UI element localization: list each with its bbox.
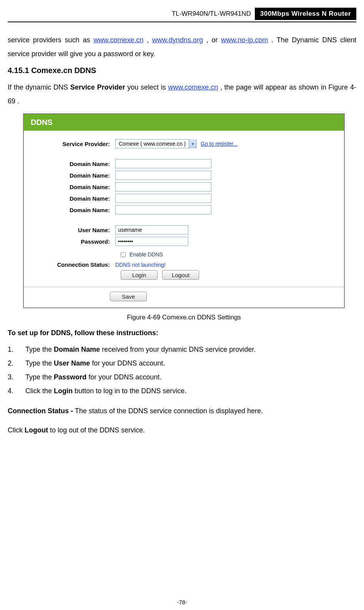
sp-bold-service-provider: Service Provider [70, 83, 125, 91]
page-number: -78- [0, 599, 364, 605]
conn-status-rest: The status of the DDNS service connectio… [75, 407, 263, 415]
step-3: Type the Password for your DDNS account. [8, 370, 356, 384]
label-domain-5: Domain Name: [35, 207, 115, 213]
enable-ddns-checkbox[interactable] [121, 252, 126, 257]
logout-bold: Logout [25, 426, 48, 434]
instructions-heading: To set up for DDNS, follow these instruc… [8, 329, 356, 337]
save-row: Save [24, 287, 344, 307]
step-4-post: button to log in to the DDNS service. [75, 387, 186, 395]
logout-pre: Click [8, 426, 25, 434]
sp-4: . [17, 97, 19, 105]
link-comexe-2[interactable]: www.comexe.cn [168, 83, 218, 91]
domain-name-input-1[interactable] [115, 159, 211, 168]
step-3-pre: Type the [25, 373, 54, 381]
step-2-bold: User Name [54, 359, 90, 367]
step-2-pre: Type the [25, 359, 54, 367]
section-heading: 4.15.1 Comexe.cn DDNS [8, 66, 356, 75]
go-to-register-link[interactable]: Go to register... [201, 141, 238, 147]
conn-status-bold: Connection Status - [8, 407, 73, 415]
username-input[interactable] [115, 225, 188, 234]
save-button[interactable]: Save [110, 292, 147, 301]
label-service-provider: Service Provider: [35, 141, 115, 147]
service-provider-value: Comexe ( www.comexe.cn ) [116, 141, 189, 147]
header-rule [8, 22, 356, 22]
login-button[interactable]: Login [121, 270, 158, 280]
header-product: 300Mbps Wireless N Router [255, 8, 356, 20]
sp-1: If the dynamic DNS [8, 83, 70, 91]
figure-caption: Figure 4-69 Comexe.cn DDNS Settings [23, 314, 345, 321]
label-connection-status: Connection Status: [35, 261, 115, 268]
service-provider-select[interactable]: Comexe ( www.comexe.cn ) ▾ [115, 139, 197, 148]
link-dyndns[interactable]: www.dyndns.org [152, 36, 203, 44]
row-service-provider: Service Provider: Comexe ( www.comexe.cn… [35, 139, 333, 148]
enable-ddns-label: Enable DDNS [130, 251, 163, 258]
link-noip[interactable]: www.no-ip.com [221, 36, 268, 44]
instructions-list: Type the Domain Name received from your … [8, 342, 356, 398]
row-domain-5: Domain Name: [35, 205, 333, 214]
step-4-bold: Login [54, 387, 73, 395]
row-username: User Name: [35, 225, 333, 234]
link-comexe[interactable]: www.comexe.cn [93, 36, 143, 44]
sp-2: you select is [127, 83, 168, 91]
label-domain-2: Domain Name: [35, 172, 115, 179]
figure-ddns: DDNS Service Provider: Comexe ( www.come… [23, 113, 345, 321]
label-domain-1: Domain Name: [35, 161, 115, 167]
sp-3: , the page will appear as shown in [220, 83, 328, 91]
step-1: Type the Domain Name received from your … [8, 342, 356, 356]
step-3-bold: Password [54, 373, 86, 381]
panel-title: DDNS [24, 114, 344, 131]
label-password: Password: [35, 238, 115, 245]
row-domain-2: Domain Name: [35, 171, 333, 180]
row-enable-ddns: Enable DDNS [121, 251, 333, 258]
step-3-post: for your DDNS account. [88, 373, 161, 381]
domain-name-input-4[interactable] [115, 194, 211, 203]
intro-text-3: , or [206, 36, 221, 44]
row-domain-4: Domain Name: [35, 194, 333, 203]
step-1-post: received from your dynamic DNS service p… [102, 346, 256, 353]
row-password: Password: [35, 237, 333, 246]
label-domain-4: Domain Name: [35, 195, 115, 202]
logout-post: to log out of the DDNS service. [50, 426, 145, 434]
step-4: Click the Login button to log in to the … [8, 384, 356, 398]
doc-header: TL-WR940N/TL-WR941ND 300Mbps Wireless N … [8, 8, 356, 20]
chevron-down-icon: ▾ [189, 139, 196, 148]
label-username: User Name: [35, 227, 115, 233]
connection-status-text: DDNS not launching! [115, 262, 166, 268]
domain-name-input-5[interactable] [115, 205, 211, 214]
ddns-panel: DDNS Service Provider: Comexe ( www.come… [23, 113, 345, 308]
header-model: TL-WR940N/TL-WR941ND [8, 8, 255, 20]
step-1-pre: Type the [25, 346, 54, 353]
logout-paragraph: Click Logout to log out of the DDNS serv… [8, 423, 356, 437]
intro-paragraph: service providers such as www.comexe.cn … [8, 33, 356, 61]
intro-text-1: service providers such as [8, 36, 93, 44]
section-paragraph: If the dynamic DNS Service Provider you … [8, 80, 356, 108]
panel-body: Service Provider: Comexe ( www.comexe.cn… [24, 131, 344, 280]
row-connection-status: Connection Status: DDNS not launching! [35, 261, 333, 268]
domain-name-input-3[interactable] [115, 182, 211, 191]
intro-text-2: , [147, 36, 152, 44]
step-2: Type the User Name for your DDNS account… [8, 356, 356, 370]
row-domain-1: Domain Name: [35, 159, 333, 168]
step-2-post: for your DDNS account. [92, 359, 165, 367]
password-input[interactable] [115, 237, 188, 246]
step-1-bold: Domain Name [54, 346, 100, 353]
login-logout-row: Login Logout [121, 270, 333, 280]
step-4-pre: Click the [25, 387, 54, 395]
domain-name-input-2[interactable] [115, 171, 211, 180]
connection-status-paragraph: Connection Status - The status of the DD… [8, 404, 356, 418]
logout-button[interactable]: Logout [162, 270, 199, 280]
row-domain-3: Domain Name: [35, 182, 333, 191]
label-domain-3: Domain Name: [35, 184, 115, 190]
